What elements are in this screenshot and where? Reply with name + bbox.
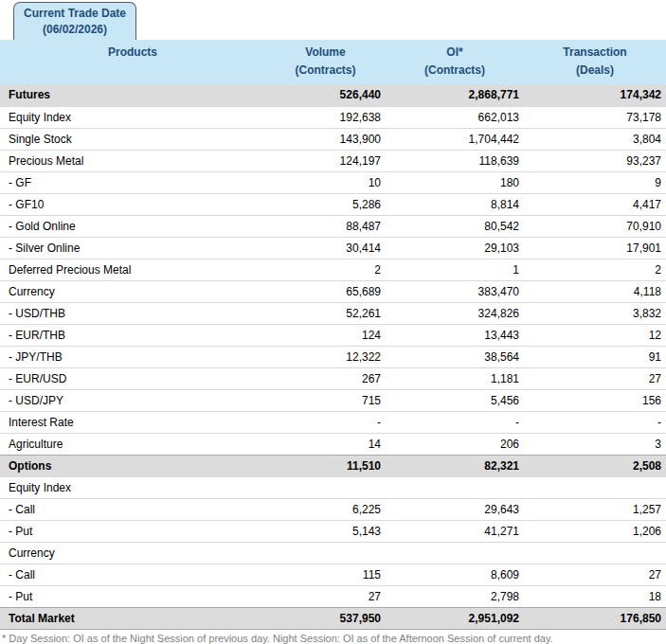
cell-deals: 3: [524, 433, 666, 455]
cell-oi: 206: [386, 433, 524, 455]
cell-deals: 27: [524, 367, 666, 389]
table-row: Futures526,4402,868,771174,342: [0, 84, 666, 106]
cell-deals: -: [524, 411, 666, 433]
cell-product: - EUR/THB: [0, 324, 265, 346]
cell-product: - USD/THB: [0, 302, 265, 324]
cell-deals: 2,508: [524, 455, 666, 476]
cell-oi: 38,564: [386, 346, 524, 367]
market-table-body: Futures526,4402,868,771174,342Equity Ind…: [0, 84, 666, 629]
cell-oi: 118,639: [386, 150, 524, 171]
cell-deals: 4,118: [524, 280, 666, 302]
cell-volume: 192,638: [265, 106, 386, 128]
cell-oi: 1,704,442: [386, 128, 524, 150]
cell-oi: 2,868,771: [386, 84, 524, 106]
cell-oi: 13,443: [386, 324, 524, 346]
cell-oi: 2,951,092: [386, 607, 524, 629]
cell-deals: 174,342: [524, 84, 666, 106]
cell-deals: 73,178: [524, 106, 666, 128]
tab-date: (06/02/2026): [24, 22, 126, 38]
cell-volume: 6,225: [265, 498, 386, 520]
cell-deals: [524, 542, 666, 564]
cell-volume: 14: [265, 433, 386, 455]
cell-oi: 82,321: [386, 455, 524, 476]
cell-volume: [265, 542, 386, 564]
table-row: Currency65,689383,4704,118: [0, 280, 666, 302]
cell-oi: 2,798: [386, 585, 524, 607]
cell-volume: 115: [265, 564, 386, 585]
table-row: - USD/JPY7155,456156: [0, 389, 666, 411]
cell-oi: 8,814: [386, 193, 524, 215]
table-row: - GF101809: [0, 171, 666, 193]
cell-product: - GF10: [0, 193, 265, 215]
cell-product: - JPY/THB: [0, 346, 265, 367]
table-row: Options11,51082,3212,508: [0, 455, 666, 476]
table-row: Single Stock143,9001,704,4423,804: [0, 128, 666, 150]
column-header-oi: OI* (Contracts): [386, 40, 524, 84]
cell-deals: 3,804: [524, 128, 666, 150]
cell-deals: 4,417: [524, 193, 666, 215]
cell-volume: 537,950: [265, 607, 386, 629]
table-row: - GF105,2868,8144,417: [0, 193, 666, 215]
table-row: Total Market537,9502,951,092176,850: [0, 607, 666, 629]
cell-oi: 1: [386, 259, 524, 280]
cell-product: Agriculture: [0, 433, 265, 455]
cell-product: Options: [0, 455, 265, 476]
market-summary-table: Products Volume (Contracts) OI* (Contrac…: [0, 40, 666, 630]
table-row: Equity Index192,638662,01373,178: [0, 106, 666, 128]
cell-volume: 267: [265, 367, 386, 389]
cell-product: Equity Index: [0, 476, 265, 498]
tab-current-trade-date[interactable]: Current Trade Date (06/02/2026): [13, 2, 136, 40]
cell-product: - EUR/USD: [0, 367, 265, 389]
table-row: - EUR/THB12413,44312: [0, 324, 666, 346]
cell-product: - USD/JPY: [0, 389, 265, 411]
table-row: Equity Index: [0, 476, 666, 498]
table-row: - JPY/THB12,32238,56491: [0, 346, 666, 367]
tab-bar: Current Trade Date (06/02/2026): [0, 0, 666, 40]
cell-product: - Call: [0, 498, 265, 520]
cell-deals: 27: [524, 564, 666, 585]
column-header-transaction: Transaction (Deals): [524, 40, 666, 84]
cell-volume: -: [265, 411, 386, 433]
cell-oi: 8,609: [386, 564, 524, 585]
cell-oi: [386, 542, 524, 564]
cell-deals: 70,910: [524, 215, 666, 237]
tab-title: Current Trade Date: [24, 6, 126, 22]
cell-volume: 124,197: [265, 150, 386, 171]
cell-volume: 5,286: [265, 193, 386, 215]
cell-deals: 9: [524, 171, 666, 193]
table-row: Currency: [0, 542, 666, 564]
cell-product: Total Market: [0, 607, 265, 629]
cell-product: - Silver Online: [0, 237, 265, 259]
cell-volume: 11,510: [265, 455, 386, 476]
cell-oi: 1,181: [386, 367, 524, 389]
cell-volume: 143,900: [265, 128, 386, 150]
cell-product: Deferred Precious Metal: [0, 259, 265, 280]
column-header-products: Products: [0, 40, 265, 84]
cell-product: Single Stock: [0, 128, 265, 150]
cell-deals: 2: [524, 259, 666, 280]
cell-deals: [524, 476, 666, 498]
cell-product: Equity Index: [0, 106, 265, 128]
cell-volume: 27: [265, 585, 386, 607]
cell-deals: 12: [524, 324, 666, 346]
cell-deals: 3,832: [524, 302, 666, 324]
table-row: - USD/THB52,261324,8263,832: [0, 302, 666, 324]
cell-product: - Call: [0, 564, 265, 585]
cell-product: Currency: [0, 280, 265, 302]
cell-volume: 88,487: [265, 215, 386, 237]
cell-volume: 65,689: [265, 280, 386, 302]
cell-volume: 12,322: [265, 346, 386, 367]
cell-volume: 30,414: [265, 237, 386, 259]
cell-product: - GF: [0, 171, 265, 193]
cell-volume: 715: [265, 389, 386, 411]
cell-product: - Gold Online: [0, 215, 265, 237]
cell-volume: 526,440: [265, 84, 386, 106]
cell-volume: 2: [265, 259, 386, 280]
table-header: Products Volume (Contracts) OI* (Contrac…: [0, 40, 666, 84]
cell-oi: -: [386, 411, 524, 433]
cell-oi: 29,103: [386, 237, 524, 259]
cell-oi: 324,826: [386, 302, 524, 324]
cell-deals: 93,237: [524, 150, 666, 171]
cell-volume: 52,261: [265, 302, 386, 324]
cell-volume: 124: [265, 324, 386, 346]
